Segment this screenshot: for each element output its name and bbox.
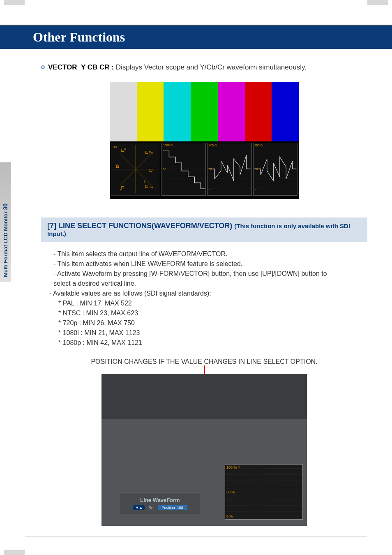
section-7-body: - This item selects the output line of W… [49,249,367,348]
color-bar-yellow [137,82,164,141]
side-tab: Multi Format LCD Monitor 30 [0,162,11,282]
position-value-box: Position 198 [158,505,187,510]
svg-rect-7 [145,185,148,188]
svg-text:Cy: Cy [150,185,153,189]
body-line: * PAL : MIN 17, MAX 522 [49,298,367,308]
body-line: * NTSC : MIN 23, MAX 623 [49,308,367,318]
bullet-icon [41,65,45,69]
up-down-icon: ▼▲ [135,506,143,510]
waveform-cr-panel: 100 Cr 50 0 [253,143,297,196]
body-line: - Activate Waveform by pressing [W-FORM/… [49,269,367,279]
svg-text:B: B [144,180,146,183]
svg-text:HD: HD [113,146,117,148]
svg-text:G: G [120,189,122,192]
waveform-cb-panel: 100 Cb 50 0 [207,143,251,196]
bullet-desc: Displays Vector scope and Y/Cb/Cr wavefo… [116,63,307,71]
body-line: * 1080p : MIN 42, MAX 1121 [49,338,367,348]
svg-text:Mg: Mg [149,151,153,154]
body-line: - This item activates when LINE WAVEFORM… [49,259,367,269]
color-bar-blue [272,82,299,141]
line-select-screenshot: Line WaveForm ▼▲ Sel Position 198 [101,374,307,526]
section-7-title: [7] LINE SELECT FUNCTIONS(WAVEFORM/VECTO… [47,222,234,230]
line-waveform-osd: Line WaveForm ▼▲ Sel Position 198 [120,494,200,514]
line-select-figure: Line WaveForm ▼▲ Sel Position 198 [101,374,307,526]
footer-rule [25,536,367,536]
svg-text:YL: YL [115,164,119,167]
body-line: - This item selects the output line of W… [49,249,367,259]
sel-label: Sel [148,506,154,510]
body-line: - Available values are as follows (SDI s… [49,289,367,298]
page-title: Other Functions [0,25,392,49]
svg-text:R: R [125,148,127,151]
svg-text:50: 50 [209,168,212,171]
color-bar-green [191,82,218,141]
waveform-y-panel: 100% Y 50 [161,143,206,196]
line-select-caption: POSITION CHANGES IF THE VALUE CHANGES IN… [41,358,367,365]
color-bar-white [110,82,137,141]
color-bars [110,82,299,141]
color-bar-cyan [164,82,191,141]
bullet-text: VECTOR_Y CB CR : Displays Vector scope a… [48,63,307,72]
up-down-badge: ▼▲ [133,505,145,510]
svg-text:50: 50 [255,168,258,171]
position-value: 198 [177,506,183,510]
graph-label-50: 50 % [226,490,235,494]
svg-rect-6 [150,169,152,172]
graph-label-0: 0 % [226,514,233,518]
color-bar-red [245,82,272,141]
svg-text:0: 0 [209,187,210,190]
svg-text:0: 0 [255,187,256,190]
line-select-mid-region: Line WaveForm ▼▲ Sel Position 198 [101,419,307,526]
vector-ycbcr-item: VECTOR_Y CB CR : Displays Vector scope a… [41,63,367,72]
tab-marker-right [367,0,388,5]
waveform-graph: 100 % Y 50 % 0 % [225,464,303,520]
section-7-header: [7] LINE SELECT FUNCTIONS(WAVEFORM/VECTO… [41,217,367,242]
tab-marker-left [4,0,25,5]
side-page-number: 30 [2,204,9,210]
tab-marker-bottom [4,550,25,555]
side-label: Multi Format LCD Monitor [2,210,9,277]
vector-scope: HD R Mg YL Cy G B [111,143,160,196]
svg-text:50: 50 [163,168,166,171]
vector-ycbcr-screenshot: HD R Mg YL Cy G B 100% Y [110,82,299,199]
body-line: * 1080i : MIN 21, MAX 1123 [49,328,367,338]
svg-rect-4 [122,149,124,152]
color-bar-magenta [218,82,245,141]
body-line: * 720p : MIN 26, MAX 750 [49,318,367,328]
line-waveform-title: Line WaveForm [120,497,200,503]
graph-label-100: 100 % Y [226,465,240,469]
line-select-top-region [101,374,307,419]
body-line: select a desired vertical line. [49,279,367,289]
position-label: Position [162,506,175,510]
bullet-label: VECTOR_Y CB CR : [48,63,116,71]
svg-rect-5 [145,151,148,154]
